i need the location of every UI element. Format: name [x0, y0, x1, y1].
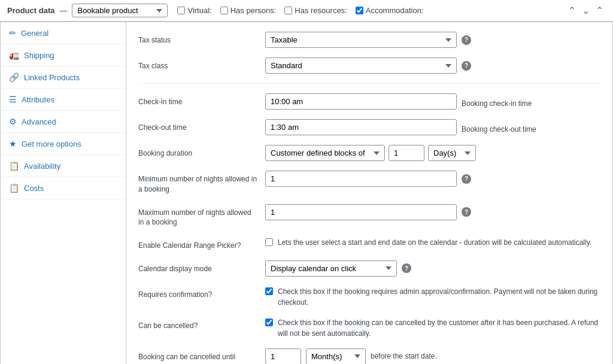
has-resources-checkbox[interactable]	[284, 7, 292, 14]
booking-cancel-until-label: Booking can be cancelled until	[138, 348, 258, 362]
tax-class-select[interactable]: Standard Reduced rate Zero rate	[265, 57, 457, 74]
divider-1	[138, 83, 600, 84]
shipping-icon: 🚛	[9, 50, 19, 60]
calendar-range-checkbox[interactable]	[265, 238, 273, 246]
top-bar-options: Virtual: Has persons: Has resources: Acc…	[177, 6, 423, 15]
tax-status-label: Tax status	[138, 32, 258, 46]
calendar-display-help-icon[interactable]: ?	[402, 263, 411, 273]
content-area: Tax status Taxable Shipping only None ? …	[126, 22, 612, 364]
calendar-range-checkbox-row: Lets the user select a start and end dat…	[265, 237, 591, 248]
availability-icon: 📋	[9, 161, 19, 171]
booking-cancel-until-control: Month(s) Week(s) Day(s) before the start…	[265, 348, 600, 364]
sidebar-item-advanced[interactable]: ⚙ Advanced	[1, 111, 126, 133]
requires-confirmation-checkbox-row: Check this box if the booking requires a…	[265, 286, 600, 308]
checkout-label: Check-out time	[138, 119, 258, 133]
can-be-cancelled-checkbox-row: Check this box if the booking can be can…	[265, 317, 600, 339]
product-data-label: Product data	[7, 6, 54, 15]
has-resources-label[interactable]: Has resources:	[284, 6, 347, 15]
booking-duration-control: Customer defined blocks of Fixed blocks …	[265, 145, 600, 161]
checkout-input[interactable]	[265, 119, 457, 135]
booking-cancel-suffix: before the start date.	[371, 351, 437, 362]
virtual-checkbox[interactable]	[177, 7, 185, 14]
can-be-cancelled-control: Check this box if the booking can be can…	[265, 317, 600, 339]
duration-type-select[interactable]: Customer defined blocks of Fixed blocks …	[265, 145, 385, 161]
tax-class-control: Standard Reduced rate Zero rate ?	[265, 57, 600, 74]
min-nights-label: Minimum number of nights allowed in a bo…	[138, 171, 258, 195]
requires-confirmation-label: Requires confirmation?	[138, 286, 258, 300]
min-nights-input[interactable]	[265, 171, 457, 187]
checkout-hint: Booking check-out time	[462, 122, 536, 134]
tax-status-control: Taxable Shipping only None ?	[265, 32, 600, 48]
max-nights-help-icon[interactable]: ?	[462, 207, 471, 217]
main-wrapper: ✏ General 🚛 Shipping 🔗 Linked Products ☰…	[0, 22, 613, 364]
checkout-control: Booking check-out time	[265, 119, 600, 135]
sidebar-item-shipping[interactable]: 🚛 Shipping	[1, 44, 126, 66]
min-nights-control: ?	[265, 171, 600, 187]
requires-confirmation-checkbox[interactable]	[265, 287, 273, 295]
get-more-options-icon: ★	[9, 139, 17, 148]
tax-class-row: Tax class Standard Reduced rate Zero rat…	[138, 57, 600, 74]
max-nights-label: Maximum number of nights allowed in a bo…	[138, 204, 258, 228]
costs-icon: 📋	[9, 183, 19, 193]
tax-status-help-icon[interactable]: ?	[462, 35, 471, 45]
virtual-label[interactable]: Virtual:	[177, 6, 211, 15]
can-be-cancelled-checkbox[interactable]	[265, 318, 273, 326]
attributes-icon: ☰	[9, 95, 17, 104]
tax-class-help-icon[interactable]: ?	[462, 61, 471, 71]
can-be-cancelled-row: Can be cancelled? Check this box if the …	[138, 317, 600, 339]
max-nights-row: Maximum number of nights allowed in a bo…	[138, 204, 600, 228]
requires-confirmation-row: Requires confirmation? Check this box if…	[138, 286, 600, 308]
booking-cancel-number-input[interactable]	[265, 348, 301, 364]
sidebar-item-attributes[interactable]: ☰ Attributes	[1, 89, 126, 111]
arrow-down-button[interactable]: ⌄	[579, 5, 592, 17]
duration-unit-select[interactable]: Day(s) Hour(s) Minute(s)	[428, 145, 476, 161]
booking-cancel-unit-select[interactable]: Month(s) Week(s) Day(s)	[306, 348, 366, 364]
checkout-row: Check-out time Booking check-out time	[138, 119, 600, 135]
calendar-range-desc: Lets the user select a start and end dat…	[278, 237, 591, 248]
booking-duration-label: Booking duration	[138, 145, 258, 159]
calendar-display-select[interactable]: Display calendar on click Always display…	[265, 260, 397, 277]
top-bar-dash: —	[59, 6, 67, 15]
calendar-display-control: Display calendar on click Always display…	[265, 260, 600, 277]
min-nights-help-icon[interactable]: ?	[462, 174, 471, 184]
calendar-range-control: Lets the user select a start and end dat…	[265, 237, 600, 248]
has-persons-checkbox[interactable]	[220, 7, 228, 14]
link-icon: 🔗	[9, 72, 19, 82]
product-type-select[interactable]: Bookable product Simple product Variable…	[72, 4, 168, 17]
sidebar-item-availability[interactable]: 📋 Availability	[1, 155, 126, 177]
checkin-label: Check-in time	[138, 93, 258, 107]
accommodation-checkbox[interactable]	[356, 7, 363, 14]
checkin-row: Check-in time Booking check-in time	[138, 93, 600, 110]
calendar-range-label: Enable Calendar Range Picker?	[138, 237, 258, 251]
max-nights-control: ?	[265, 204, 600, 220]
advanced-icon: ⚙	[9, 117, 17, 126]
min-nights-row: Minimum number of nights allowed in a bo…	[138, 171, 600, 195]
sidebar-item-linked-products[interactable]: 🔗 Linked Products	[1, 66, 126, 89]
sidebar-item-costs[interactable]: 📋 Costs	[1, 177, 126, 199]
checkin-hint: Booking check-in time	[462, 96, 532, 108]
requires-confirmation-desc: Check this box if the booking requires a…	[278, 286, 600, 308]
sidebar-item-general[interactable]: ✏ General	[1, 22, 126, 44]
duration-number-input[interactable]	[389, 145, 424, 161]
has-persons-label[interactable]: Has persons:	[220, 6, 277, 15]
can-be-cancelled-desc: Check this box if the booking can be can…	[278, 317, 600, 339]
sidebar: ✏ General 🚛 Shipping 🔗 Linked Products ☰…	[1, 22, 126, 364]
accommodation-label[interactable]: Accommodation:	[356, 6, 424, 15]
max-nights-input[interactable]	[265, 204, 457, 220]
sidebar-item-get-more-options[interactable]: ★ Get more options	[1, 133, 126, 155]
tax-status-row: Tax status Taxable Shipping only None ?	[138, 32, 600, 48]
can-be-cancelled-label: Can be cancelled?	[138, 317, 258, 331]
tax-status-select[interactable]: Taxable Shipping only None	[265, 32, 457, 48]
general-icon: ✏	[9, 28, 16, 38]
arrow-up-button[interactable]: ⌃	[566, 5, 578, 17]
requires-confirmation-control: Check this box if the booking requires a…	[265, 286, 600, 308]
booking-cancel-until-row: Booking can be cancelled until Month(s) …	[138, 348, 600, 364]
arrow-expand-button[interactable]: ⌃	[593, 5, 606, 17]
checkin-input[interactable]	[265, 93, 457, 110]
top-bar-arrows: ⌃ ⌄ ⌃	[566, 5, 606, 17]
checkin-control: Booking check-in time	[265, 93, 600, 110]
cancel-until-row: Month(s) Week(s) Day(s) before the start…	[265, 348, 437, 364]
booking-duration-row: Booking duration Customer defined blocks…	[138, 145, 600, 161]
tax-class-label: Tax class	[138, 57, 258, 71]
calendar-range-row: Enable Calendar Range Picker? Lets the u…	[138, 237, 600, 251]
